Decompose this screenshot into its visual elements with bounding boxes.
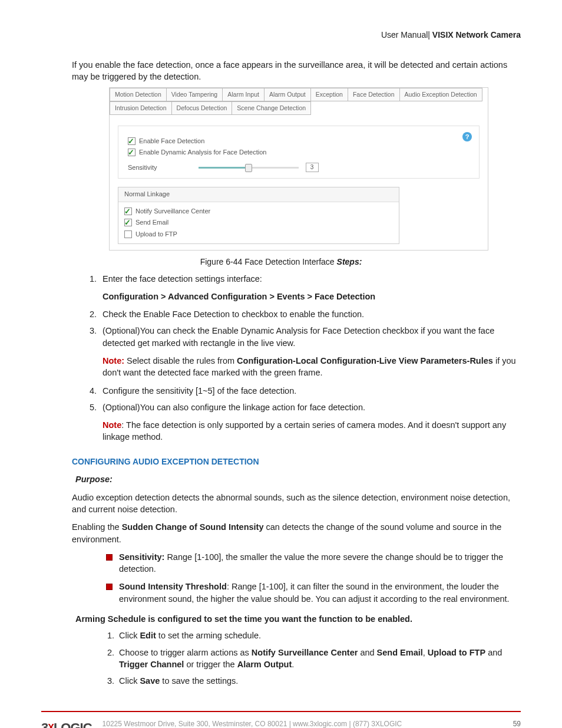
tab-motion-detection[interactable]: Motion Detection bbox=[110, 88, 167, 101]
a1c: to set the arming schedule. bbox=[156, 631, 261, 640]
checkbox-notify-surveillance[interactable] bbox=[124, 207, 132, 215]
caption-prefix: Figure 6-44 bbox=[200, 257, 244, 266]
step-1-text: Enter the face detection settings interf… bbox=[103, 274, 262, 284]
note-3a: Select disable the rules from bbox=[124, 356, 237, 365]
note-5-text: : The face detection is only supported b… bbox=[103, 420, 506, 442]
tab-intrusion-detection[interactable]: Intrusion Detection bbox=[110, 101, 172, 115]
a1a: Click bbox=[119, 631, 140, 640]
checkbox-send-email[interactable] bbox=[124, 219, 132, 226]
step-5-text: (Optional)You can also configure the lin… bbox=[103, 403, 365, 412]
note-label: Note: bbox=[103, 356, 124, 365]
step-4: Configure the sensitivity [1~5] of the f… bbox=[99, 385, 521, 397]
linkage-header: Normal Linkage bbox=[118, 187, 399, 202]
a2f: Upload to FTP bbox=[428, 648, 485, 657]
a3a: Click bbox=[119, 676, 140, 686]
bullet-threshold: Sound Intensity Threshold: Range [1-100]… bbox=[106, 581, 521, 605]
logo-3xlogic: 3XLOGIC bbox=[41, 719, 92, 728]
settings-panel: ? Enable Face Detection Enable Dynamic A… bbox=[118, 126, 480, 179]
figure-caption: Figure 6-44 Face Detection Interface Ste… bbox=[41, 256, 521, 268]
a3b: Save bbox=[140, 676, 160, 686]
label-upload-ftp: Upload to FTP bbox=[135, 230, 177, 239]
header-right: VISIX Network Camera bbox=[432, 30, 521, 39]
sudden-change-text: Enabling the Sudden Change of Sound Inte… bbox=[72, 521, 521, 545]
tab-video-tampering[interactable]: Video Tampering bbox=[166, 88, 223, 101]
note-3b: Configuration-Local Configuration-Live V… bbox=[237, 356, 493, 365]
step-1-path: Configuration > Advanced Configuration >… bbox=[103, 291, 521, 302]
footer-address: 10225 Westmoor Drive, Suite 300, Westmin… bbox=[103, 719, 402, 728]
linkage-panel: Normal Linkage Notify Surveillance Cente… bbox=[118, 187, 399, 244]
intro-text: If you enable the face detection, once a… bbox=[72, 59, 521, 83]
checkbox-enable-face-detection[interactable] bbox=[128, 137, 135, 145]
label-enable-dynamic-analysis: Enable Dynamic Analysis for Face Detecti… bbox=[139, 148, 266, 157]
arming-step-1: Click Edit to set the arming schedule. bbox=[117, 630, 521, 641]
step-5-note: Note: The face detection is only support… bbox=[103, 419, 521, 443]
label-send-email: Send Email bbox=[135, 218, 168, 227]
tab-alarm-input[interactable]: Alarm Input bbox=[222, 88, 265, 101]
purpose-label: Purpose: bbox=[75, 473, 521, 485]
tab-defocus-detection[interactable]: Defocus Detection bbox=[171, 101, 233, 115]
caption-steps: Steps: bbox=[337, 257, 362, 266]
label-enable-face-detection: Enable Face Detection bbox=[139, 137, 204, 146]
b2-label: Sound Intensity Threshold bbox=[119, 582, 227, 591]
note-label-5: Note bbox=[103, 420, 121, 430]
sensitivity-value[interactable]: 3 bbox=[306, 163, 319, 172]
sensitivity-label: Sensitivity bbox=[128, 163, 157, 172]
arming-steps: Click Edit to set the arming schedule. C… bbox=[105, 630, 521, 687]
arming-step-2: Choose to trigger alarm actions as Notif… bbox=[117, 647, 521, 671]
section-title-audio: CONFIGURING AUDIO EXCEPTION DETECTION bbox=[72, 456, 521, 468]
a2e: , bbox=[423, 648, 428, 657]
a1b: Edit bbox=[140, 631, 156, 640]
tabs-row-2: Intrusion Detection Defocus Detection Sc… bbox=[110, 101, 488, 115]
step-3: (Optional)You can check the Enable Dynam… bbox=[99, 325, 521, 378]
a2k: . bbox=[292, 660, 294, 669]
purpose-text: Audio exception detection detects the ab… bbox=[72, 492, 521, 516]
step-2: Check the Enable Face Detection to check… bbox=[99, 308, 521, 320]
a2g: and bbox=[485, 648, 502, 657]
page-footer: 3XLOGIC 10225 Westmoor Drive, Suite 300,… bbox=[41, 711, 521, 728]
a2b: Notify Surveillance Center bbox=[252, 648, 358, 657]
caption-main: Face Detection Interface bbox=[244, 257, 336, 266]
a2j: Alarm Output bbox=[237, 660, 292, 669]
step-1: Enter the face detection settings interf… bbox=[99, 273, 521, 303]
page-number: 59 bbox=[513, 719, 521, 728]
a2h: Trigger Channel bbox=[119, 660, 184, 669]
header-left: User Manual| bbox=[381, 30, 430, 39]
step-3-note: Note: Select disable the rules from Conf… bbox=[103, 355, 521, 379]
checkbox-upload-ftp[interactable] bbox=[124, 230, 132, 238]
p2b: Sudden Change of Sound Intensity bbox=[122, 522, 264, 532]
a2i: or trigger the bbox=[184, 660, 237, 669]
a3c: to save the settings. bbox=[160, 676, 238, 686]
sensitivity-slider[interactable] bbox=[199, 167, 299, 169]
step-3-text: (Optional)You can check the Enable Dynam… bbox=[103, 326, 494, 347]
a2c: and bbox=[358, 648, 376, 657]
step-5: (Optional)You can also configure the lin… bbox=[99, 401, 521, 443]
help-icon[interactable]: ? bbox=[462, 132, 472, 141]
b1-text: Range [1-100], the smaller the value the… bbox=[119, 552, 503, 574]
tabs-row-1: Motion Detection Video Tampering Alarm I… bbox=[110, 88, 488, 101]
steps-list: Enter the face detection settings interf… bbox=[87, 273, 521, 443]
a2a: Choose to trigger alarm actions as bbox=[119, 648, 252, 657]
p2a: Enabling the bbox=[72, 522, 122, 532]
tab-alarm-output[interactable]: Alarm Output bbox=[264, 88, 311, 101]
arming-step-3: Click Save to save the settings. bbox=[117, 675, 521, 687]
tab-exception[interactable]: Exception bbox=[310, 88, 348, 101]
tab-scene-change[interactable]: Scene Change Detection bbox=[232, 101, 311, 115]
tab-audio-exception[interactable]: Audio Exception Detection bbox=[399, 88, 482, 101]
bullet-sensitivity: Sensitivity: Range [1-100], the smaller … bbox=[106, 551, 521, 575]
figure-screenshot: Motion Detection Video Tampering Alarm I… bbox=[109, 87, 488, 251]
tab-face-detection[interactable]: Face Detection bbox=[348, 88, 400, 101]
a2d: Send Email bbox=[377, 648, 423, 657]
label-notify-surveillance: Notify Surveillance Center bbox=[135, 207, 210, 216]
page-header: User Manual| VISIX Network Camera bbox=[41, 29, 521, 41]
slider-thumb-icon[interactable] bbox=[245, 164, 252, 172]
bullet-list: Sensitivity: Range [1-100], the smaller … bbox=[106, 551, 521, 605]
b1-label: Sensitivity: bbox=[119, 552, 164, 562]
checkbox-enable-dynamic-analysis[interactable] bbox=[128, 149, 135, 156]
arming-schedule-heading: Arming Schedule is configured to set the… bbox=[75, 613, 521, 625]
